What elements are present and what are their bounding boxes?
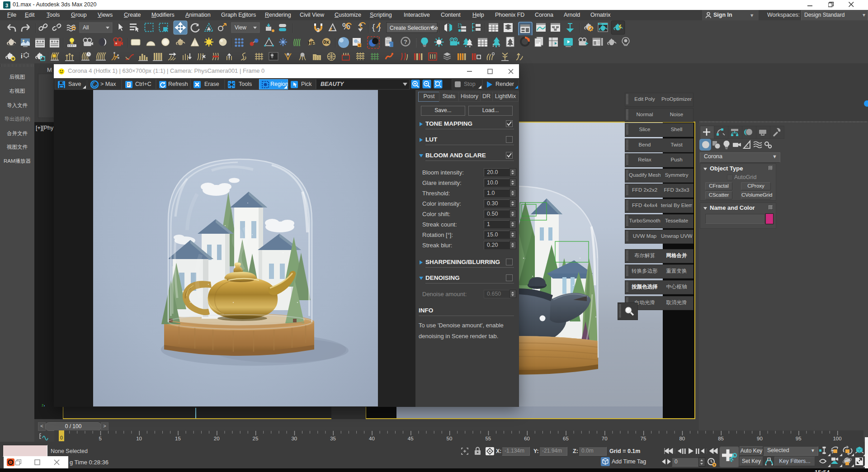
svg-text:{: { [372, 22, 375, 32]
svg-text:75: 75 [641, 436, 646, 441]
svg-text:100: 100 [833, 436, 841, 441]
svg-text:View: View [235, 24, 246, 31]
svg-text:50: 50 [447, 436, 453, 441]
svg-text:?: ? [404, 38, 407, 45]
svg-text:25: 25 [253, 436, 259, 441]
svg-text:85: 85 [718, 436, 724, 441]
svg-text:95: 95 [796, 436, 802, 441]
svg-text:55: 55 [485, 436, 491, 441]
svg-text:0: 0 [60, 435, 63, 440]
svg-text:HF: HF [308, 40, 315, 46]
svg-text:30: 30 [291, 436, 297, 441]
svg-text:3: 3 [5, 3, 8, 8]
svg-text:0x: 0x [323, 39, 329, 45]
svg-text:60: 60 [524, 436, 530, 441]
svg-text:Create Selection Se: Create Selection Se [390, 25, 438, 31]
svg-text:40: 40 [369, 436, 375, 441]
svg-text:i: i [21, 52, 23, 60]
svg-text:35: 35 [330, 436, 336, 441]
svg-text:20: 20 [214, 436, 220, 441]
svg-text:80: 80 [679, 436, 685, 441]
svg-text:10: 10 [136, 436, 142, 441]
svg-text:45: 45 [408, 436, 414, 441]
svg-text:90: 90 [757, 436, 763, 441]
svg-text:3: 3 [316, 27, 320, 33]
svg-text:5: 5 [99, 436, 102, 441]
svg-text:All: All [83, 24, 89, 31]
svg-text:15: 15 [175, 436, 181, 441]
svg-text:70: 70 [602, 436, 608, 441]
svg-text:65: 65 [563, 436, 569, 441]
